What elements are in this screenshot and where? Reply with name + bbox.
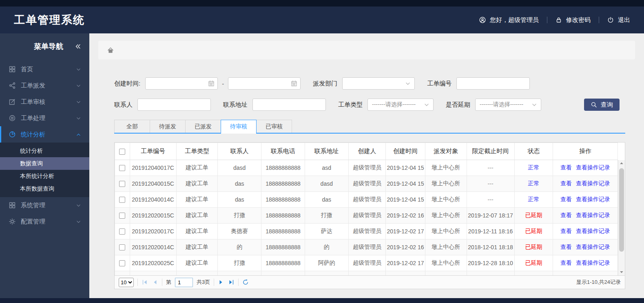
sidebar-item-3[interactable]: 工单处理 <box>0 110 89 126</box>
pie-icon <box>9 131 15 138</box>
sidebar-item-1[interactable]: 工单派发 <box>0 77 89 94</box>
cell-status: 已延期 <box>514 224 553 239</box>
record-summary: 显示1-10,共24记录 <box>576 279 621 286</box>
address-input[interactable] <box>252 99 326 111</box>
created-time-label: 创建时间: <box>114 80 140 88</box>
row-checkbox[interactable] <box>119 213 125 219</box>
cell-deadline: 2019-12-07 18:17 <box>467 208 514 224</box>
pager-divider <box>137 279 138 286</box>
page-prev-icon[interactable] <box>152 279 158 285</box>
logout-button[interactable]: 退出 <box>607 16 630 24</box>
table-row: 201912020015C建议工单打撒18888888888打撒超级管理员201… <box>115 208 618 224</box>
page-number-input[interactable] <box>175 278 193 287</box>
cell-contact: 打撒 <box>218 255 261 271</box>
dispatch-dept-select[interactable] <box>342 77 415 90</box>
page-next-icon[interactable] <box>218 279 224 285</box>
cell-status: 已延期 <box>514 239 553 255</box>
select-all-checkbox[interactable] <box>119 149 125 155</box>
tab-已审核[interactable]: 已审核 <box>256 120 292 133</box>
table-scrollbar[interactable] <box>618 160 625 275</box>
view-link[interactable]: 查看 <box>560 180 572 187</box>
cell-creator: 超级管理员 <box>348 160 386 176</box>
status-tabs: 全部待派发已派发待审核已审核 <box>114 120 625 134</box>
cell-address: asd <box>305 160 348 176</box>
tab-全部[interactable]: 全部 <box>114 120 150 133</box>
cell-type: 建议工单 <box>176 160 218 176</box>
header-actions: 您好，超级管理员 修改密码 退出 <box>479 16 630 24</box>
sidebar-item-2[interactable]: 工单审核 <box>0 94 89 110</box>
sidebar-subitem-数据查询[interactable]: 数据查询 <box>0 157 89 170</box>
view-log-link[interactable]: 查看操作记录 <box>576 196 610 202</box>
row-checkbox[interactable] <box>119 244 125 250</box>
chevron-down-icon <box>76 116 81 121</box>
refresh-icon[interactable] <box>242 279 249 285</box>
address-label: 联系地址 <box>223 101 248 109</box>
page-last-icon[interactable] <box>228 279 235 285</box>
cell-actions: 查看查看操作记录 <box>553 255 618 271</box>
view-log-link[interactable]: 查看操作记录 <box>576 164 610 171</box>
view-log-link[interactable]: 查看操作记录 <box>576 212 610 218</box>
sidebar-item-4[interactable]: 统计分析 <box>0 126 89 143</box>
view-link[interactable]: 查看 <box>560 196 572 202</box>
view-link[interactable]: 查看 <box>560 164 572 171</box>
sidebar-item-5[interactable]: 系统管理 <box>0 197 89 213</box>
sidebar-subitem-本所统计分析[interactable]: 本所统计分析 <box>0 170 89 182</box>
view-log-link[interactable]: 查看操作记录 <box>576 180 610 187</box>
order-no-input[interactable] <box>456 77 530 90</box>
tab-待派发[interactable]: 待派发 <box>150 120 186 133</box>
view-log-link[interactable]: 查看操作记录 <box>576 259 610 266</box>
cell-actions: 查看查看操作记录 <box>553 224 618 239</box>
row-checkbox[interactable] <box>119 197 125 203</box>
calendar-icon[interactable] <box>208 80 215 87</box>
cell-contact: das <box>218 192 261 208</box>
user-greeting[interactable]: 您好，超级管理员 <box>479 16 539 24</box>
caret-down-icon <box>531 101 538 108</box>
created-from-input[interactable] <box>146 78 217 89</box>
delayed-select[interactable]: -------请选择------- <box>475 99 541 111</box>
cell-contact: das <box>218 176 261 192</box>
sidebar-item-6[interactable]: 配置管理 <box>0 213 89 230</box>
contact-input[interactable] <box>137 99 211 111</box>
tab-待审核[interactable]: 待审核 <box>221 120 257 133</box>
order-type-select[interactable]: -------请选择------- <box>367 99 434 111</box>
tab-已派发[interactable]: 已派发 <box>185 120 221 133</box>
view-link[interactable]: 查看 <box>560 244 572 250</box>
cell-order-no: 201912020017C <box>130 224 176 239</box>
column-header: 联系人 <box>218 143 261 160</box>
lock-icon <box>555 17 562 23</box>
home-icon[interactable] <box>107 47 114 53</box>
scrollbar-thumb[interactable] <box>619 168 624 252</box>
view-link[interactable]: 查看 <box>560 228 572 234</box>
cell-created: 2019-12-02 16 <box>386 208 425 224</box>
search-button[interactable]: 查询 <box>584 99 620 111</box>
created-to-input[interactable] <box>228 78 300 89</box>
triangle-up-icon[interactable] <box>618 160 625 167</box>
status-badge: 正常 <box>528 196 539 202</box>
page-first-icon[interactable] <box>142 279 148 285</box>
change-password-button[interactable]: 修改密码 <box>555 16 591 24</box>
page-size-select[interactable]: 10 <box>119 278 134 287</box>
sidebar-subitem-本所数据查询[interactable]: 本所数据查询 <box>0 182 89 195</box>
row-checkbox[interactable] <box>119 165 125 171</box>
window-bottom-strip <box>0 298 644 303</box>
search-icon <box>591 101 597 108</box>
row-checkbox[interactable] <box>119 228 125 235</box>
cell-creator: 超级管理员 <box>348 224 386 239</box>
sidebar-item-0[interactable]: 首页 <box>0 61 89 77</box>
view-link[interactable]: 查看 <box>560 212 572 218</box>
calendar-icon[interactable] <box>291 80 297 87</box>
main-content: 创建时间: - 派发部门 工单编号 <box>89 33 644 298</box>
view-log-link[interactable]: 查看操作记录 <box>576 244 610 250</box>
row-checkbox[interactable] <box>119 260 125 266</box>
sidebar-subitem-统计分析[interactable]: 统计分析 <box>0 145 89 157</box>
sidebar-header: 菜单导航 <box>0 33 89 59</box>
sidebar-menu: 首页工单派发工单审核工单处理统计分析统计分析数据查询本所统计分析本所数据查询系统… <box>0 61 89 230</box>
cell-dispatch: 墩上中心所 <box>425 224 467 239</box>
triangle-down-icon[interactable] <box>618 269 625 275</box>
cell-type: 建议工单 <box>176 255 218 271</box>
row-checkbox[interactable] <box>119 181 125 187</box>
view-log-link[interactable]: 查看操作记录 <box>576 228 610 234</box>
view-link[interactable]: 查看 <box>560 259 572 266</box>
double-chevron-left-icon[interactable] <box>75 43 81 50</box>
cell-dispatch: 墩上中心所 <box>425 192 467 208</box>
